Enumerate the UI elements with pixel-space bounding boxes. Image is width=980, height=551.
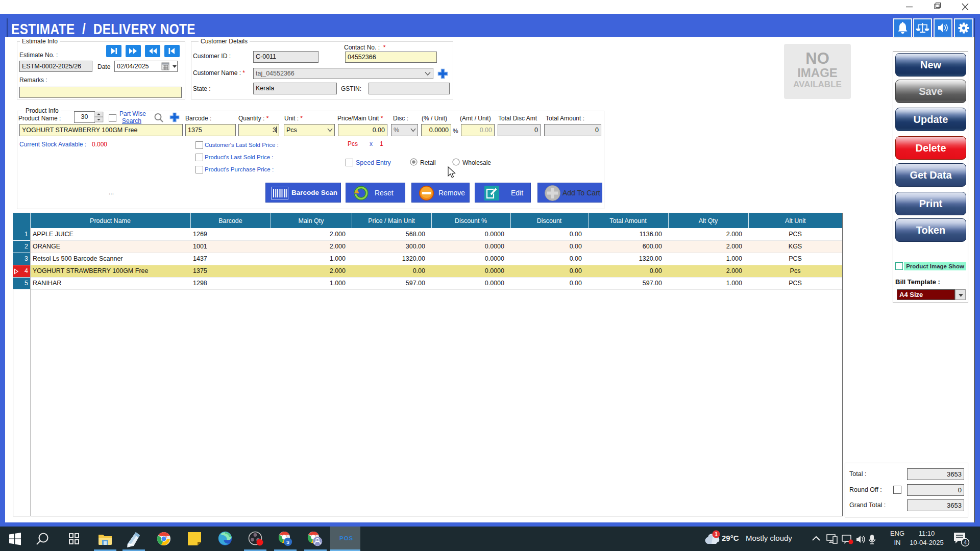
svg-text:1: 1 — [715, 532, 718, 537]
svg-text:4: 4 — [964, 539, 967, 545]
svg-text:S: S — [286, 540, 289, 545]
